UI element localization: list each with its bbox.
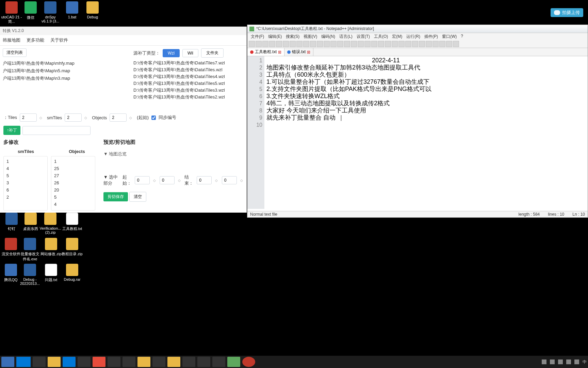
taskbar-notepadpp[interactable] [227, 357, 240, 367]
ime-indicator[interactable]: 中 [583, 359, 587, 365]
map-file-list[interactable]: 户端13周年\热血传奇\Map\mhfy.map 户端13周年\热血传奇\Map… [3, 60, 129, 108]
taskbar-item[interactable] [1, 357, 14, 367]
new-icon[interactable] [249, 41, 255, 47]
list-item[interactable]: 26 [54, 179, 92, 186]
desktop-icon[interactable]: 工具教程.txt [61, 213, 83, 231]
list-item[interactable]: D:\传奇客户端13周年\热血传奇\Data\Tiles.wzl [133, 66, 244, 73]
cloud-upload-badge[interactable]: 拍摄上传 [551, 8, 583, 17]
taskbar-edge[interactable] [63, 357, 76, 367]
zoom-out-icon[interactable] [351, 41, 357, 47]
desktop-icon[interactable]: utoCAD 21 - 简... [1, 1, 22, 24]
overview-toggle[interactable]: ▼ 地图总览 [103, 149, 243, 159]
desktop-icon[interactable]: 1.bat [61, 1, 83, 19]
objects-input[interactable] [110, 113, 127, 122]
list-item[interactable]: 户端13周年\热血传奇\Map\n5.map [3, 67, 129, 75]
menu-macro[interactable]: 宏(M) [391, 34, 404, 40]
list-item[interactable]: 2 [6, 194, 45, 201]
taskbar-mail[interactable] [33, 357, 46, 367]
tiles-input[interactable] [20, 113, 37, 122]
menu-file[interactable]: 文件(F) [249, 34, 265, 40]
section-toggle[interactable]: ▼ 选中部分 [103, 174, 119, 186]
doc-map-icon[interactable] [405, 41, 411, 47]
replace-icon[interactable] [337, 41, 343, 47]
zoom-in-icon[interactable] [344, 41, 350, 47]
cut-icon[interactable] [296, 41, 303, 47]
redo-icon[interactable] [324, 41, 330, 47]
menu-tools[interactable]: 工具(O) [373, 34, 389, 40]
list-item[interactable]: 4 [6, 165, 45, 172]
folder-button[interactable]: 文件夹 [201, 48, 224, 58]
list-item[interactable]: D:\传奇客户端13周年\热血传奇\Data\Tiles2.wzl [133, 94, 244, 101]
desktop-icon[interactable]: 流安全软件 [0, 238, 22, 257]
close-icon[interactable] [276, 41, 282, 47]
taskbar-item[interactable] [182, 357, 195, 367]
volume-icon[interactable] [574, 359, 579, 364]
save-macro-icon[interactable] [453, 41, 459, 47]
menu-item[interactable]: 关于软件 [50, 37, 68, 43]
start-x-input[interactable] [135, 176, 150, 184]
tab-close-icon[interactable]: ⊠ [278, 50, 281, 55]
wil-button[interactable]: Wil [182, 49, 198, 57]
list-item[interactable]: 1 [54, 158, 92, 165]
data-file-list[interactable]: D:\传奇客户端13周年\热血传奇\Data\Tiles7.wzl D:\传奇客… [133, 60, 244, 98]
show-all-icon[interactable] [378, 41, 384, 47]
sync-h-icon[interactable] [364, 41, 371, 47]
spinner-icon[interactable]: ◇ [129, 116, 134, 120]
menu-window[interactable]: 窗口(W) [441, 34, 458, 40]
network-icon[interactable] [566, 359, 571, 364]
play-multi-icon[interactable] [446, 41, 452, 47]
taskbar-item[interactable] [78, 357, 91, 367]
menu-item[interactable]: 更多功能 [27, 37, 44, 43]
tab-close-icon[interactable]: ⊠ [307, 50, 310, 55]
end-x-input[interactable] [197, 176, 212, 184]
list-item[interactable]: 户端13周年\热血传奇\Map\mhfy.map [3, 60, 129, 67]
menu-item[interactable]: 韩服地图 [3, 37, 20, 43]
list-item[interactable]: 4 [54, 201, 92, 208]
save-icon[interactable] [262, 41, 268, 47]
desktop-icon[interactable]: Debug.rar [61, 264, 83, 281]
taskbar-item[interactable] [167, 357, 180, 367]
list-item[interactable]: 5 [6, 172, 45, 179]
tray-icon[interactable] [542, 359, 546, 364]
list-item[interactable]: D:\传奇客户端13周年\热血传奇\Data\Tiles7.wzl [133, 60, 244, 66]
crop-save-button[interactable]: 剪切保存 [103, 192, 128, 201]
clear-list-button[interactable]: 清空列表 [3, 48, 27, 57]
list-item[interactable]: 1 [6, 158, 45, 165]
end-y-input[interactable] [222, 176, 237, 184]
start-button[interactable] [16, 357, 31, 367]
npp-titlebar[interactable]: *C:\Users\xuan\Desktop\工具教程.txt - Notepa… [247, 25, 588, 33]
menu-view[interactable]: 视图(V) [302, 34, 318, 40]
menu-encoding[interactable]: 编码(N) [320, 34, 337, 40]
list-item[interactable]: D:\传奇客户端13周年\热血传奇\Data\Tiles5.wzl [133, 80, 244, 87]
spinner-icon[interactable]: ◇ [39, 116, 44, 120]
taskbar-item[interactable] [197, 357, 210, 367]
folder-icon[interactable] [412, 41, 418, 47]
paste-icon[interactable] [310, 41, 316, 47]
indent-icon[interactable] [385, 41, 391, 47]
print-icon[interactable] [290, 41, 296, 47]
menu-edit[interactable]: 编辑(E) [267, 34, 283, 40]
outdent-icon[interactable] [392, 41, 398, 47]
patch-button[interactable]: ↑补丁 [3, 126, 20, 135]
smtiles-list[interactable]: 1 4 5 3 6 2 [3, 156, 48, 211]
objects-list[interactable]: 1 25 27 26 20 5 4 [51, 156, 95, 211]
desktop-icon[interactable]: 腾讯QQ [0, 264, 22, 282]
wrap-icon[interactable] [371, 41, 377, 47]
open-icon[interactable] [256, 41, 262, 47]
desktop-icon[interactable]: dnSpy v6.1.9 (3... [39, 1, 61, 23]
list-item[interactable]: D:\传奇客户端13周年\热血传奇\Data\Tiles3.wzl [133, 87, 244, 94]
desktop-icon[interactable]: Debug [82, 1, 103, 19]
desktop-icon[interactable]: 批量修改文件名.exe [19, 238, 41, 262]
desktop-icon[interactable]: 微信 [20, 1, 42, 20]
tray-icon[interactable] [558, 359, 563, 364]
taskbar-item[interactable] [93, 357, 105, 367]
play-icon[interactable] [439, 41, 445, 47]
record-icon[interactable] [426, 41, 432, 47]
spinner-icon[interactable]: ◇ [84, 116, 89, 120]
taskbar-item[interactable] [122, 357, 135, 367]
copy-icon[interactable] [303, 41, 309, 47]
taskbar-item[interactable] [137, 357, 150, 367]
system-tray[interactable]: 中 [542, 359, 587, 365]
taskbar-record[interactable] [242, 357, 255, 367]
list-item[interactable]: 20 [54, 186, 92, 194]
